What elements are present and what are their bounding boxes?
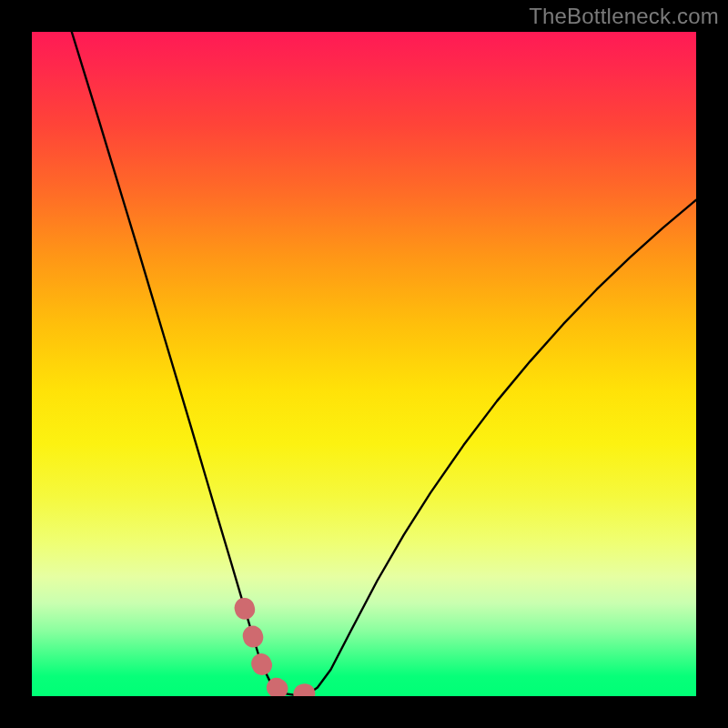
curve-svg bbox=[32, 32, 696, 696]
bottleneck-curve bbox=[72, 32, 696, 695]
watermark-text: TheBottleneck.com bbox=[529, 4, 719, 29]
plot-area bbox=[32, 32, 696, 696]
chart-frame: TheBottleneck.com bbox=[0, 0, 728, 728]
optimal-zone-highlight bbox=[245, 608, 318, 695]
